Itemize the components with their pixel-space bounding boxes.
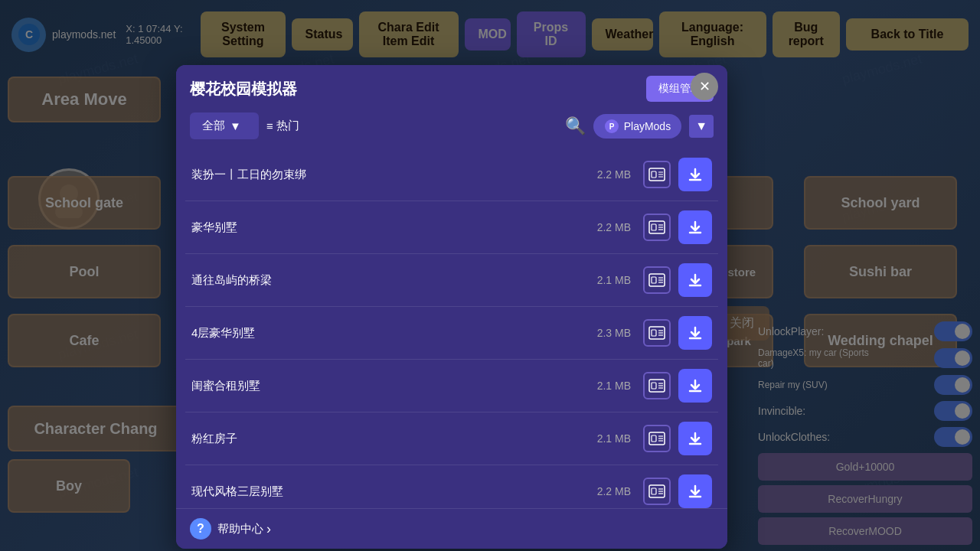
search-button[interactable]: 🔍 xyxy=(565,116,586,136)
help-arrow-icon: › xyxy=(266,521,271,537)
svg-rect-21 xyxy=(652,277,656,283)
mod-item-size: 2.3 MB xyxy=(585,327,631,339)
download-sort-button[interactable]: ▼ xyxy=(689,115,714,138)
mod-item-size: 2.2 MB xyxy=(585,221,631,233)
mod-list-item: 装扮一丨工日的勿束绑 2.2 MB xyxy=(185,148,718,201)
mod-list-item: 粉红房子 2.1 MB xyxy=(185,412,718,465)
modal-header: 樱花校园模拟器 模组管理 xyxy=(176,65,727,112)
close-modal-button[interactable]: ✕ xyxy=(691,73,718,100)
mod-preview-button[interactable] xyxy=(643,478,671,505)
download-mod-button[interactable] xyxy=(678,369,712,403)
mod-item-name: 现代风格三层别墅 xyxy=(191,484,585,499)
sort-icon: ≡ xyxy=(266,119,273,132)
svg-rect-14 xyxy=(652,224,656,230)
mod-item-name: 粉红房子 xyxy=(191,432,585,446)
download-mod-button[interactable] xyxy=(678,474,712,508)
svg-text:P: P xyxy=(609,122,614,131)
download-mod-button[interactable] xyxy=(678,210,712,244)
modal-title: 樱花校园模拟器 xyxy=(190,79,297,99)
dropdown-arrow-icon: ▼ xyxy=(230,119,241,132)
mod-item-name: 闺蜜合租别墅 xyxy=(191,379,585,393)
search-icon: 🔍 xyxy=(565,116,586,135)
mod-item-size: 2.1 MB xyxy=(585,274,631,286)
help-center-label: 帮助中心 xyxy=(217,522,263,536)
download-mod-button[interactable] xyxy=(678,422,712,455)
download-mod-button[interactable] xyxy=(678,316,712,350)
svg-rect-49 xyxy=(652,488,656,494)
sort-button[interactable]: ≡ 热门 xyxy=(266,119,299,133)
download-mod-button[interactable] xyxy=(678,263,712,297)
svg-rect-7 xyxy=(652,171,656,178)
help-icon: ? xyxy=(190,518,211,540)
modal-footer: ? 帮助中心 › xyxy=(176,508,727,549)
svg-rect-42 xyxy=(652,435,656,442)
mod-item-size: 2.2 MB xyxy=(585,485,631,497)
mod-list-item: 4层豪华别墅 2.3 MB xyxy=(185,307,718,360)
mod-preview-button[interactable] xyxy=(643,266,671,294)
mod-preview-button[interactable] xyxy=(643,372,671,399)
download-mod-button[interactable] xyxy=(678,158,712,191)
mod-item-size: 2.1 MB xyxy=(585,380,631,392)
mod-list: 装扮一丨工日的勿束绑 2.2 MB 豪华别墅 2. xyxy=(176,148,727,508)
mod-item-name: 通往岛屿的桥梁 xyxy=(191,273,585,288)
mod-list-item: 通往岛屿的桥梁 2.1 MB xyxy=(185,254,718,307)
svg-rect-35 xyxy=(652,383,656,389)
mod-list-item: 豪华别墅 2.2 MB xyxy=(185,201,718,254)
mod-item-name: 豪华别墅 xyxy=(191,220,585,235)
mod-item-name: 4层豪华别墅 xyxy=(191,326,585,341)
mod-modal: 樱花校园模拟器 模组管理 ✕ 全部 ▼ ≡ 热门 🔍 P PlayMods ▼ … xyxy=(176,65,727,549)
modal-controls: 全部 ▼ ≡ 热门 🔍 P PlayMods ▼ xyxy=(176,112,727,148)
mod-preview-button[interactable] xyxy=(643,214,671,241)
svg-rect-28 xyxy=(652,330,656,336)
mod-preview-button[interactable] xyxy=(643,319,671,347)
mod-item-name: 装扮一丨工日的勿束绑 xyxy=(191,168,585,182)
mod-list-item: 现代风格三层别墅 2.2 MB xyxy=(185,465,718,508)
mod-preview-button[interactable] xyxy=(643,425,671,452)
mod-list-item: 闺蜜合租别墅 2.1 MB xyxy=(185,360,718,412)
mod-preview-button[interactable] xyxy=(643,161,671,188)
playmods-icon: P xyxy=(604,119,619,134)
category-dropdown[interactable]: 全部 ▼ xyxy=(190,112,259,139)
mod-item-size: 2.2 MB xyxy=(585,168,631,181)
playmods-button[interactable]: P PlayMods xyxy=(593,114,681,139)
mod-item-size: 2.1 MB xyxy=(585,432,631,445)
